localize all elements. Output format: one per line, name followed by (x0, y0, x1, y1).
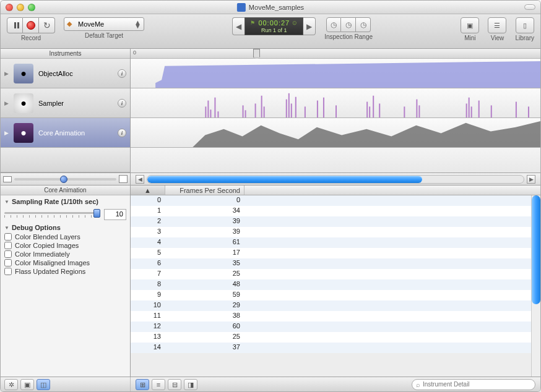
search-input[interactable] (423, 381, 531, 388)
debug-option[interactable]: Color Immediately (4, 250, 126, 258)
cell-fps: 59 (165, 290, 245, 300)
side-panel-title: Core Animation (1, 185, 130, 195)
loop-button[interactable] (39, 17, 55, 33)
instruments-header: Instruments (1, 49, 130, 59)
table-row[interactable]: 239 (131, 216, 540, 227)
column-fps[interactable]: Frames Per Second (165, 185, 245, 195)
library-button[interactable]: ▯ (516, 17, 534, 33)
cell-index: 6 (131, 258, 165, 269)
debug-option[interactable]: Color Misaligned Images (4, 258, 126, 267)
panel-toggle-button[interactable]: ◫ (37, 379, 50, 390)
svg-rect-28 (478, 101, 480, 117)
view-diagram-button[interactable]: ⊟ (168, 379, 181, 390)
table-row[interactable]: 1260 (131, 322, 540, 332)
table-row[interactable]: 1437 (131, 343, 540, 353)
table-body[interactable]: 0013423933946151763572584895910291138126… (131, 195, 540, 377)
track-size-large-icon[interactable] (119, 175, 128, 183)
cell-fps: 39 (165, 216, 245, 227)
svg-rect-25 (466, 103, 467, 117)
debug-option[interactable]: Color Blended Layers (4, 232, 126, 241)
target-group: ◆ MoveMe ▲▼ Default Target (64, 17, 144, 39)
track-row[interactable]: ▶●Core Animationi (1, 118, 130, 148)
cell-fps: 38 (165, 311, 245, 322)
info-button[interactable]: i (118, 99, 126, 108)
focus-button[interactable]: ▣ (20, 379, 34, 390)
sampling-slider[interactable] (4, 210, 100, 219)
checkbox[interactable] (4, 233, 12, 241)
svg-rect-11 (288, 93, 290, 117)
view-table-button[interactable]: ⊞ (136, 379, 149, 390)
scrollbar-left-button[interactable]: ◀ (136, 175, 144, 184)
mini-label: Mini (464, 35, 475, 41)
track-size-small-icon[interactable] (3, 176, 12, 182)
timer-prev-button[interactable]: ◀ (232, 17, 245, 35)
scrollbar-thumb[interactable] (147, 176, 422, 183)
table-row[interactable]: 461 (131, 237, 540, 248)
vertical-scrollbar[interactable] (531, 195, 540, 377)
mini-button[interactable]: ▣ (461, 17, 479, 33)
sampling-disclosure[interactable]: Sampling Rate (1/10th sec) (4, 197, 126, 207)
debug-option[interactable]: Flass Updated Regions (4, 267, 126, 276)
view-button[interactable]: ☰ (488, 17, 506, 33)
timeline-ruler[interactable]: 0 (131, 49, 540, 59)
track-row[interactable]: ▶●ObjectAlloci (1, 59, 130, 88)
side-panel: Core Animation Sampling Rate (1/10th sec… (1, 185, 131, 377)
disclosure-icon: ▶ (4, 70, 9, 77)
table-row[interactable]: 725 (131, 269, 540, 279)
info-button[interactable]: i (118, 69, 126, 78)
timer-value: 00:00:27 (258, 19, 290, 27)
scrollbar-right-button[interactable]: ▶ (527, 175, 535, 184)
option-label: Flass Updated Regions (15, 268, 85, 275)
sampling-value[interactable]: 10 (104, 209, 126, 220)
track-size-slider[interactable] (14, 178, 116, 181)
lane-sampler[interactable] (131, 88, 540, 118)
table-row[interactable]: 959 (131, 290, 540, 300)
target-dropdown[interactable]: ◆ MoveMe ▲▼ (64, 17, 144, 31)
toolbar-pill-icon[interactable] (524, 4, 535, 10)
search-field[interactable]: ⌕ (412, 379, 535, 390)
view-outline-button[interactable]: ≡ (152, 379, 165, 390)
vertical-scrollbar-thumb[interactable] (532, 195, 540, 304)
inspection-start-button[interactable]: ◷ (326, 17, 341, 32)
lane-objectalloc[interactable] (131, 59, 540, 88)
gear-button[interactable]: ✲ (4, 379, 18, 390)
info-button[interactable]: i (118, 129, 126, 137)
timer-next-button[interactable]: ▶ (303, 17, 316, 35)
checkbox[interactable] (4, 259, 12, 266)
table-row[interactable]: 00 (131, 195, 540, 206)
table-row[interactable]: 635 (131, 258, 540, 269)
cell-index: 10 (131, 300, 165, 311)
scrollbar-track[interactable] (147, 175, 524, 184)
table-row[interactable]: 517 (131, 248, 540, 258)
svg-rect-4 (217, 111, 219, 117)
fps-table: ▲ Frames Per Second 00134239339461517635… (131, 185, 540, 377)
record-button[interactable] (23, 17, 39, 33)
zoom-row: ◀ ▶ (1, 173, 540, 185)
table-row[interactable]: 134 (131, 206, 540, 216)
option-label: Color Copied Images (15, 242, 79, 249)
inspection-mid-button[interactable]: ◷ (341, 17, 356, 32)
pause-button[interactable] (7, 17, 23, 33)
debug-disclosure[interactable]: Debug Options (4, 223, 126, 232)
checkbox[interactable] (4, 268, 12, 275)
table-row[interactable]: 1029 (131, 300, 540, 311)
view-console-button[interactable]: ◨ (184, 379, 197, 390)
playhead[interactable] (253, 49, 260, 58)
table-row[interactable]: 1138 (131, 311, 540, 322)
minimize-icon[interactable] (17, 4, 24, 11)
svg-rect-31 (528, 106, 529, 117)
table-row[interactable]: 1325 (131, 332, 540, 343)
table-row[interactable]: 339 (131, 227, 540, 237)
checkbox[interactable] (4, 250, 12, 258)
checkbox[interactable] (4, 242, 12, 249)
column-index[interactable]: ▲ (131, 185, 165, 195)
zoom-icon[interactable] (28, 4, 35, 11)
lane-core-animation[interactable] (131, 118, 540, 148)
track-row[interactable]: ▶●Sampleri (1, 88, 130, 118)
table-row[interactable]: 848 (131, 279, 540, 290)
svg-rect-19 (369, 106, 370, 117)
close-icon[interactable] (6, 4, 13, 11)
clock-icon: ◷ (345, 20, 352, 29)
debug-option[interactable]: Color Copied Images (4, 241, 126, 250)
inspection-end-button[interactable]: ◷ (356, 17, 371, 32)
